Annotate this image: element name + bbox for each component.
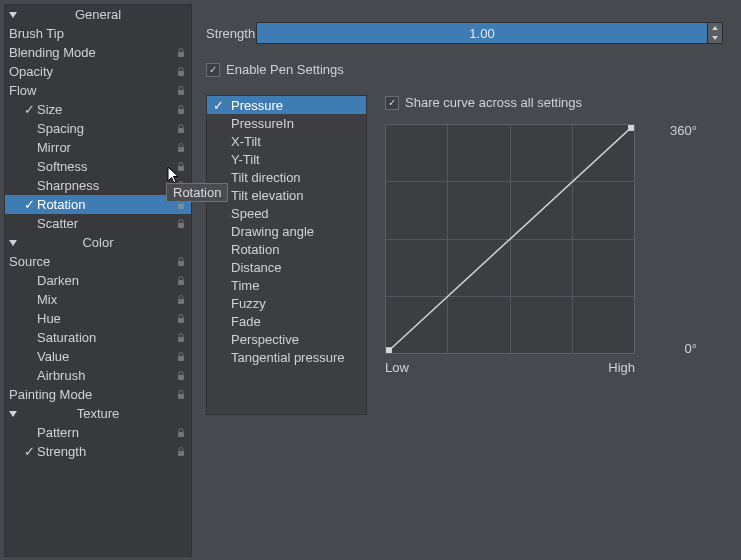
sidebar-item-scatter[interactable]: Scatter xyxy=(5,214,191,233)
sensor-label: Fade xyxy=(231,314,261,329)
sidebar-item-opacity[interactable]: Opacity xyxy=(5,62,191,81)
strength-slider[interactable]: 1.00 xyxy=(256,22,708,44)
sidebar-item-blending-mode[interactable]: Blending Mode xyxy=(5,43,191,62)
sidebar-item-label: Scatter xyxy=(37,216,78,231)
svg-rect-8 xyxy=(178,204,184,209)
svg-rect-17 xyxy=(178,394,184,399)
sidebar-item-painting-mode[interactable]: Painting Mode xyxy=(5,385,191,404)
svg-rect-11 xyxy=(178,280,184,285)
lock-icon xyxy=(177,314,185,324)
lock-icon xyxy=(177,428,185,438)
sensor-list[interactable]: ✓PressurePressureInX-TiltY-TiltTilt dire… xyxy=(206,95,367,415)
sidebar-item-hue[interactable]: Hue xyxy=(5,309,191,328)
sidebar-item-label: Rotation xyxy=(37,197,85,212)
svg-rect-4 xyxy=(178,128,184,133)
sensor-item-y-tilt[interactable]: Y-Tilt xyxy=(207,150,366,168)
lock-icon xyxy=(177,181,185,191)
sidebar-item-size[interactable]: ✓Size xyxy=(5,100,191,119)
sidebar-item-pattern[interactable]: Pattern xyxy=(5,423,191,442)
sensor-label: Perspective xyxy=(231,332,299,347)
sensor-item-speed[interactable]: Speed xyxy=(207,204,366,222)
pen-settings-content: ✓PressurePressureInX-TiltY-TiltTilt dire… xyxy=(206,95,723,415)
sensor-item-pressure[interactable]: ✓Pressure xyxy=(207,96,366,114)
check-icon: ✓ xyxy=(23,102,35,117)
sidebar-item-source[interactable]: Source xyxy=(5,252,191,271)
curve-editor[interactable] xyxy=(385,124,635,354)
sensor-item-perspective[interactable]: Perspective xyxy=(207,330,366,348)
lock-icon xyxy=(177,333,185,343)
svg-rect-14 xyxy=(178,337,184,342)
section-header[interactable]: General xyxy=(5,5,191,24)
sensor-label: Drawing angle xyxy=(231,224,314,239)
sidebar-item-flow[interactable]: Flow xyxy=(5,81,191,100)
sensor-label: Tilt elevation xyxy=(231,188,304,203)
lock-icon xyxy=(177,390,185,400)
svg-rect-0 xyxy=(178,52,184,57)
y-axis-max: 360° xyxy=(647,123,697,138)
sidebar-item-label: Mix xyxy=(37,292,57,307)
sensor-label: Rotation xyxy=(231,242,279,257)
sensor-item-time[interactable]: Time xyxy=(207,276,366,294)
sidebar-item-rotation[interactable]: ✓Rotation xyxy=(5,195,191,214)
sensor-item-rotation[interactable]: Rotation xyxy=(207,240,366,258)
sidebar-item-label: Mirror xyxy=(37,140,71,155)
svg-rect-7 xyxy=(178,185,184,190)
sidebar-item-softness[interactable]: Softness xyxy=(5,157,191,176)
sensor-item-x-tilt[interactable]: X-Tilt xyxy=(207,132,366,150)
sidebar-item-mirror[interactable]: Mirror xyxy=(5,138,191,157)
svg-line-20 xyxy=(386,125,634,353)
x-axis-low: Low xyxy=(385,360,409,375)
spin-up-button[interactable] xyxy=(708,23,722,33)
section-header[interactable]: Color xyxy=(5,233,191,252)
sidebar-item-label: Hue xyxy=(37,311,61,326)
sensor-item-fuzzy[interactable]: Fuzzy xyxy=(207,294,366,312)
lock-icon xyxy=(177,86,185,96)
sensor-label: PressureIn xyxy=(231,116,294,131)
sensor-item-tilt-elevation[interactable]: Tilt elevation xyxy=(207,186,366,204)
lock-icon xyxy=(177,67,185,77)
section-title: Texture xyxy=(5,406,191,421)
sidebar-item-label: Strength xyxy=(37,444,86,459)
sensor-label: Fuzzy xyxy=(231,296,266,311)
strength-spinner[interactable] xyxy=(707,22,723,44)
curve-line[interactable] xyxy=(386,125,634,353)
check-icon: ✓ xyxy=(23,197,35,212)
sensor-label: X-Tilt xyxy=(231,134,261,149)
section-title: Color xyxy=(5,235,191,250)
sensor-item-distance[interactable]: Distance xyxy=(207,258,366,276)
sensor-item-tilt-direction[interactable]: Tilt direction xyxy=(207,168,366,186)
section-header[interactable]: Texture xyxy=(5,404,191,423)
lock-icon xyxy=(177,219,185,229)
sidebar-item-strength[interactable]: ✓Strength xyxy=(5,442,191,461)
share-curve-checkbox[interactable]: ✓ Share curve across all settings xyxy=(385,95,635,110)
sensor-item-drawing-angle[interactable]: Drawing angle xyxy=(207,222,366,240)
svg-rect-3 xyxy=(178,109,184,114)
sensor-label: Time xyxy=(231,278,259,293)
lock-icon xyxy=(177,200,185,210)
sensor-item-pressurein[interactable]: PressureIn xyxy=(207,114,366,132)
checkbox-icon: ✓ xyxy=(385,96,399,110)
sidebar-item-label: Opacity xyxy=(9,64,53,79)
sidebar-item-label: Brush Tip xyxy=(9,26,64,41)
x-axis-high: High xyxy=(608,360,635,375)
sensor-label: Tilt direction xyxy=(231,170,301,185)
sidebar-item-value[interactable]: Value xyxy=(5,347,191,366)
sidebar-item-sharpness[interactable]: Sharpness xyxy=(5,176,191,195)
sensor-item-fade[interactable]: Fade xyxy=(207,312,366,330)
spin-down-button[interactable] xyxy=(708,33,722,43)
svg-rect-13 xyxy=(178,318,184,323)
sidebar-item-saturation[interactable]: Saturation xyxy=(5,328,191,347)
sensor-item-tangential-pressure[interactable]: Tangential pressure xyxy=(207,348,366,366)
sidebar-item-mix[interactable]: Mix xyxy=(5,290,191,309)
check-icon: ✓ xyxy=(213,98,224,113)
share-curve-label: Share curve across all settings xyxy=(405,95,582,110)
sidebar-item-airbrush[interactable]: Airbrush xyxy=(5,366,191,385)
sidebar-item-spacing[interactable]: Spacing xyxy=(5,119,191,138)
sidebar-item-label: Flow xyxy=(9,83,36,98)
enable-pen-settings-checkbox[interactable]: ✓ Enable Pen Settings xyxy=(206,62,723,77)
sidebar-item-label: Spacing xyxy=(37,121,84,136)
sidebar-item-darken[interactable]: Darken xyxy=(5,271,191,290)
brush-properties-sidebar: GeneralBrush TipBlending ModeOpacityFlow… xyxy=(4,4,192,557)
lock-icon xyxy=(177,48,185,58)
sidebar-item-brush-tip[interactable]: Brush Tip xyxy=(5,24,191,43)
